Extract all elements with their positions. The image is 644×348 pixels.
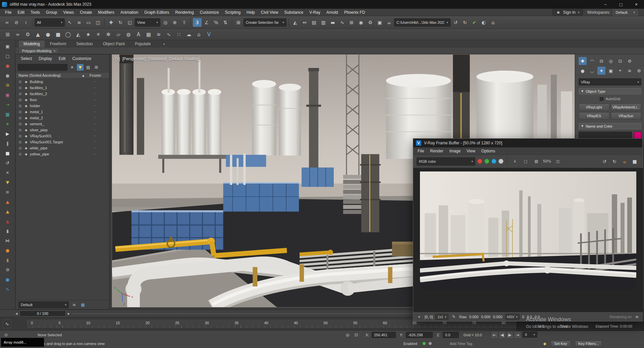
scene-object-row[interactable]: ⊙ ● yellow_pipe ◦ <box>16 151 109 157</box>
cloud-icon[interactable]: ☁ <box>184 30 193 39</box>
plane-primitive-icon[interactable]: ▱ <box>114 30 123 39</box>
cameras-category-icon[interactable]: ▣ <box>607 67 615 75</box>
material-editor-icon[interactable]: ◉ <box>357 18 365 27</box>
utilities-panel-icon[interactable]: ⚙ <box>626 57 634 65</box>
object-type-button[interactable]: VRayIES <box>579 112 609 120</box>
visibility-eye-icon[interactable]: ⊙ <box>18 140 22 144</box>
visibility-eye-icon[interactable]: ⊙ <box>18 110 22 114</box>
selection-lock-icon[interactable]: ⊙ <box>3 332 9 338</box>
trackbar-left-arrow[interactable]: ◀ <box>14 311 19 316</box>
save-image-icon[interactable]: ⇓ <box>511 157 519 166</box>
material-red-icon[interactable]: ● <box>4 62 12 70</box>
vfb-menu-item[interactable]: View <box>464 147 478 155</box>
redo-view-icon[interactable]: ↻ <box>461 18 469 27</box>
flame-orange-icon[interactable]: ▲ <box>4 198 12 206</box>
time-slider[interactable]: 0 / 100 <box>19 310 66 317</box>
z-coordinate-field[interactable]: 0.0 <box>443 332 459 338</box>
object-type-button[interactable]: VRayAmbientLi... <box>611 103 642 111</box>
scene-object-row[interactable]: ⊙ ● VRaySun001 ◦ <box>16 133 109 139</box>
visibility-eye-icon[interactable]: ⊙ <box>18 152 22 156</box>
schematic-view-icon[interactable]: ⊞ <box>347 18 356 27</box>
frozen-toggle-icon[interactable]: ◦ <box>94 128 96 132</box>
curve-editor-icon[interactable]: ∿ <box>338 18 346 27</box>
scene-object-row[interactable]: ⊙ ● silver_piep ◦ <box>16 127 109 133</box>
frozen-toggle-icon[interactable]: ◦ <box>94 146 96 150</box>
object-type-rollout[interactable]: ▼ Object Type <box>579 88 641 94</box>
wave-blue-icon[interactable]: ∿ <box>4 285 12 293</box>
x-coordinate-field[interactable]: 256.451 <box>372 332 396 338</box>
name-column-header[interactable]: Name (Sorted Ascending) <box>18 73 61 77</box>
ribbon-tab[interactable]: Modeling <box>19 41 45 48</box>
lights-category-icon[interactable]: ☀ <box>597 67 605 75</box>
set-key-mode-icon[interactable]: ◆ <box>541 340 548 347</box>
previous-frame-icon[interactable]: ◀ <box>498 331 506 339</box>
hierarchy-panel-icon[interactable]: ⊟ <box>597 57 605 65</box>
spacewarps-category-icon[interactable]: ≋ <box>626 67 634 75</box>
use-pivot-center-icon[interactable]: ◎ <box>161 18 170 27</box>
frozen-toggle-icon[interactable]: ◦ <box>94 116 96 120</box>
cylinder-icon[interactable]: ▮ <box>4 227 12 235</box>
scene-object-row[interactable]: ⊙ ● metal_2 ◦ <box>16 115 109 121</box>
star-shape-icon[interactable]: ★ <box>84 30 93 39</box>
color-pencil-icon[interactable]: ✎ <box>451 314 457 320</box>
menu-item[interactable]: Phoenix FD <box>341 9 368 16</box>
vfb-canvas-area[interactable] <box>413 168 643 312</box>
light-type-dropdown[interactable]: VRay ▾ <box>579 78 641 85</box>
named-selection-combo[interactable]: Create Selection Se ▾ <box>244 18 286 26</box>
material-gray-icon[interactable]: ● <box>4 71 12 79</box>
object-color-swatch[interactable] <box>634 132 641 139</box>
gear-yellow-icon[interactable]: ⚙ <box>4 81 12 89</box>
scene-explorer-menu-item[interactable]: Select <box>18 56 35 61</box>
systems-category-icon[interactable]: ⚙ <box>635 67 643 75</box>
y-coordinate-field[interactable]: -626.298 <box>406 332 433 338</box>
geometry-category-icon[interactable]: ● <box>579 67 587 75</box>
orange-ball-icon[interactable]: ● <box>4 246 12 254</box>
frozen-column-header[interactable]: Frozen <box>90 73 101 77</box>
viewport-shading-menu[interactable]: [Default Shading] <box>169 57 200 61</box>
frozen-toggle-icon[interactable]: ◦ <box>94 80 96 84</box>
autogrid-checkbox[interactable] <box>600 97 603 101</box>
helpers-category-icon[interactable]: ⌖ <box>616 67 624 75</box>
frozen-toggle-icon[interactable]: ◦ <box>94 104 96 108</box>
scene-object-row[interactable]: ⊙ ● holder ◦ <box>16 103 109 109</box>
ribbon-tab[interactable]: Selection <box>71 41 97 48</box>
display-panel-icon[interactable]: ⊡ <box>616 57 624 65</box>
vfb-title-bar[interactable]: V V-Ray Frame Buffer - [50.0% of 1280 x … <box>413 139 642 147</box>
play-animation-icon[interactable]: ▶ <box>506 331 514 339</box>
select-and-move-icon[interactable]: ✚ <box>107 18 115 27</box>
rendered-image[interactable] <box>420 171 636 289</box>
list-lines-icon[interactable]: ≡ <box>4 188 12 196</box>
stop-icon[interactable]: ■ <box>4 149 12 157</box>
rectangular-selection-region-icon[interactable]: ▭ <box>84 18 93 27</box>
reference-coordinate-dropdown[interactable]: View ▾ <box>135 18 160 26</box>
scene-object-row[interactable]: ⊙ ● floor ◦ <box>16 97 109 103</box>
minimize-button[interactable]: ─ <box>598 0 613 9</box>
frozen-toggle-icon[interactable]: ◦ <box>94 110 96 114</box>
pixel-ratio-dropdown[interactable]: 1x1 ▾ <box>435 314 448 320</box>
object-type-button[interactable]: VRaySun <box>611 112 642 120</box>
object-name-field[interactable] <box>579 132 632 139</box>
clear-search-icon[interactable]: ✕ <box>69 64 75 71</box>
frozen-toggle-icon[interactable]: ◦ <box>94 92 96 96</box>
vfb-menu-item[interactable]: Options <box>478 147 498 155</box>
menu-item[interactable]: Views <box>60 9 77 16</box>
trackbar-right-arrow[interactable]: ▶ <box>66 311 71 316</box>
compare-icon[interactable]: ◐ <box>479 18 488 27</box>
spinner-snap-icon[interactable]: ⇅ <box>221 18 230 27</box>
scene-object-row[interactable]: ⊙ ● facilities_2 ◦ <box>16 91 109 97</box>
frozen-toggle-icon[interactable]: ◦ <box>94 140 96 144</box>
green-arrow-icon[interactable]: → <box>4 100 12 109</box>
angle-snap-icon[interactable]: ∠ <box>202 18 211 27</box>
layer-manager-icon[interactable]: ▤ <box>310 18 318 27</box>
undo-view-icon[interactable]: ↺ <box>451 18 460 27</box>
menu-item[interactable]: Scripting <box>222 9 244 16</box>
scene-object-row[interactable]: ⊙ ● white_pipe ◦ <box>16 145 109 151</box>
sphere-primitive-icon[interactable]: ● <box>44 30 52 39</box>
scene-object-row[interactable]: ⊙ ● metal_1 ◦ <box>16 109 109 115</box>
name-and-color-rollout[interactable]: ▼ Name and Color <box>579 123 641 129</box>
hsv-dropdown[interactable]: HSV ▾ <box>505 314 520 320</box>
menu-item[interactable]: File <box>2 9 14 16</box>
key-filters-button[interactable]: Key Filters... <box>575 341 602 347</box>
render-production-icon[interactable]: ☕ <box>385 18 393 27</box>
visibility-eye-icon[interactable]: ⊙ <box>18 92 22 96</box>
